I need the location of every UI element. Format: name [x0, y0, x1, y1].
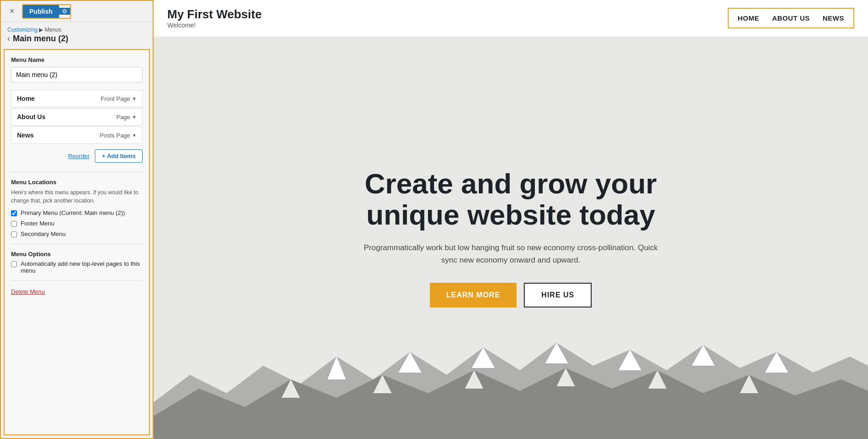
primary-menu-checkbox[interactable]: [11, 210, 17, 216]
menu-options-label: Menu Options: [11, 251, 143, 258]
chevron-down-icon: ▼: [132, 115, 137, 120]
add-items-button[interactable]: + Add Items: [95, 149, 143, 163]
publish-button[interactable]: Publish: [23, 5, 59, 18]
divider-3: [11, 280, 143, 281]
preview-area: My First Website Welcome! HOME ABOUT US …: [154, 0, 868, 439]
mountain-background: [154, 338, 868, 439]
hero-buttons: LEARN MORE HIRE US: [362, 283, 660, 307]
auto-add-label: Automatically add new top-level pages to…: [21, 260, 143, 274]
top-bar: × Publish ⚙: [1, 1, 153, 22]
menu-item-aboutus-name: About Us: [17, 113, 45, 121]
gear-button[interactable]: ⚙: [59, 8, 70, 15]
panel-content: Menu Name Home Front Page ▼ About Us Pag…: [4, 49, 150, 435]
reorder-button[interactable]: Reorder: [68, 153, 89, 159]
left-customizer-panel: × Publish ⚙ Customizing ▶ Menus ‹ Main m…: [0, 0, 154, 439]
nav-home[interactable]: HOME: [738, 14, 759, 22]
secondary-menu-checkbox[interactable]: [11, 231, 17, 237]
menu-item-home: Home Front Page ▼: [11, 90, 143, 107]
site-nav: HOME ABOUT US NEWS: [728, 8, 854, 28]
menu-title: Main menu (2): [13, 34, 68, 44]
secondary-menu-row: Secondary Menu: [11, 230, 143, 237]
back-button[interactable]: ‹: [7, 34, 10, 44]
site-title: My First Website: [167, 7, 262, 22]
primary-menu-label: Primary Menu (Current: Main menu (2)): [21, 209, 125, 216]
footer-menu-checkbox[interactable]: [11, 221, 17, 227]
auto-add-checkbox[interactable]: [11, 261, 17, 267]
hero-section: Create and grow your unique website toda…: [154, 37, 868, 439]
menu-locations-label: Menu Locations: [11, 179, 143, 186]
menu-item-home-type: Front Page ▼: [101, 95, 137, 102]
divider-2: [11, 244, 143, 244]
chevron-down-icon: ▼: [132, 96, 137, 101]
menu-locations-desc: Here's where this menu appears. If you w…: [11, 188, 143, 205]
chevron-down-icon: ▼: [132, 133, 137, 138]
menu-actions: Reorder + Add Items: [11, 149, 143, 163]
menu-item-aboutus-type: Page ▼: [116, 114, 137, 121]
learn-more-button[interactable]: LEARN MORE: [430, 283, 517, 307]
site-tagline: Welcome!: [167, 22, 262, 29]
hero-title: Create and grow your unique website toda…: [362, 168, 660, 230]
menu-item-news: News Posts Page ▼: [11, 126, 143, 144]
hero-subtitle: Programmatically work but low hanging fr…: [362, 241, 660, 266]
back-arrow: ‹ Main menu (2): [7, 34, 146, 44]
site-title-block: My First Website Welcome!: [167, 7, 262, 29]
secondary-menu-label: Secondary Menu: [21, 230, 66, 237]
hire-us-button[interactable]: HIRE US: [524, 283, 592, 307]
footer-menu-label: Footer Menu: [21, 220, 55, 227]
breadcrumb-customizing[interactable]: Customizing: [7, 27, 38, 33]
primary-menu-row: Primary Menu (Current: Main menu (2)): [11, 209, 143, 216]
divider-1: [11, 172, 143, 172]
auto-add-row: Automatically add new top-level pages to…: [11, 260, 143, 274]
hero-content: Create and grow your unique website toda…: [362, 168, 660, 308]
breadcrumb: Customizing ▶ Menus: [7, 27, 146, 33]
nav-news[interactable]: NEWS: [823, 14, 844, 22]
menu-item-news-type: Posts Page ▼: [100, 132, 137, 139]
menu-item-news-name: News: [17, 132, 34, 139]
delete-menu-button[interactable]: Delete Menu: [11, 288, 45, 295]
menu-items-list: Home Front Page ▼ About Us Page ▼ News P…: [11, 90, 143, 144]
footer-menu-row: Footer Menu: [11, 220, 143, 227]
menu-item-aboutus: About Us Page ▼: [11, 108, 143, 126]
breadcrumb-section: Customizing ▶ Menus ‹ Main menu (2): [1, 22, 153, 46]
site-header: My First Website Welcome! HOME ABOUT US …: [154, 0, 868, 37]
menu-name-input[interactable]: [11, 67, 143, 82]
menu-item-home-name: Home: [17, 95, 35, 102]
close-button[interactable]: ×: [5, 5, 18, 18]
menu-name-label: Menu Name: [11, 56, 143, 63]
nav-about-us[interactable]: ABOUT US: [772, 14, 810, 22]
